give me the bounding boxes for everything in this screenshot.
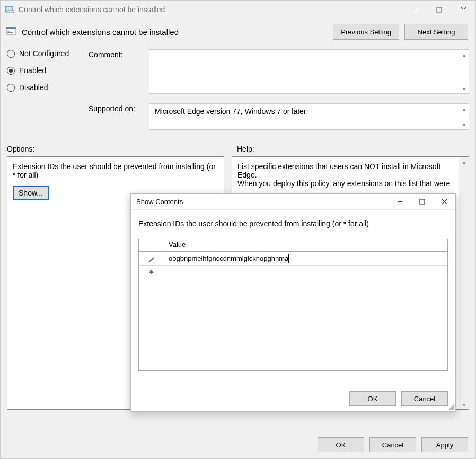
scroll-down-icon[interactable]: ▾ bbox=[459, 400, 469, 409]
dialog-maximize-button[interactable] bbox=[411, 195, 433, 209]
dialog-footer: OK Cancel bbox=[131, 386, 455, 411]
svg-rect-1 bbox=[6, 11, 14, 13]
supported-label: Supported on: bbox=[89, 103, 147, 113]
radio-icon bbox=[7, 50, 15, 58]
scroll-up-icon[interactable]: ▴ bbox=[459, 157, 469, 166]
config-area: Not Configured Enabled Disabled Comment:… bbox=[1, 49, 475, 100]
values-grid[interactable]: Value oogbnpmeihfgnccdnmmlgicknopghhma ✱ bbox=[138, 239, 448, 371]
dialog-body: Extension IDs the user should be prevent… bbox=[131, 210, 455, 386]
dialog-title: Show Contents bbox=[136, 198, 389, 206]
radio-label: Disabled bbox=[19, 83, 48, 92]
help-line: When you deploy this policy, any extensi… bbox=[237, 179, 458, 188]
dialog-close-button[interactable] bbox=[433, 195, 455, 209]
radio-icon bbox=[7, 84, 15, 92]
svg-rect-3 bbox=[437, 7, 442, 12]
minimize-button[interactable] bbox=[402, 2, 427, 17]
dialog-cancel-button[interactable]: Cancel bbox=[401, 391, 448, 406]
policy-icon bbox=[6, 26, 16, 38]
resize-grip[interactable] bbox=[447, 403, 454, 410]
previous-setting-button[interactable]: Previous Setting bbox=[333, 24, 399, 40]
radio-not-configured[interactable]: Not Configured bbox=[7, 49, 86, 58]
apply-button[interactable]: Apply bbox=[421, 437, 468, 452]
grid-header: Value bbox=[139, 239, 447, 252]
radio-label: Enabled bbox=[19, 66, 46, 75]
dialog-label: Extension IDs the user should be prevent… bbox=[138, 219, 448, 228]
comment-label: Comment: bbox=[89, 49, 147, 94]
help-line: List specific extensions that users can … bbox=[237, 162, 458, 179]
value-cell[interactable] bbox=[164, 266, 447, 279]
radio-disabled[interactable]: Disabled bbox=[7, 83, 86, 92]
show-contents-dialog: Show Contents Extension IDs the user sho… bbox=[130, 193, 456, 412]
edit-row-icon bbox=[139, 252, 164, 265]
scroll-up-icon[interactable]: ▴ bbox=[460, 51, 468, 58]
window-icon bbox=[5, 5, 14, 14]
radio-icon bbox=[7, 67, 15, 75]
cancel-button[interactable]: Cancel bbox=[369, 437, 416, 452]
svg-rect-9 bbox=[7, 32, 13, 33]
ok-button[interactable]: OK bbox=[318, 437, 364, 452]
radio-enabled[interactable]: Enabled bbox=[7, 66, 86, 75]
show-button[interactable]: Show... bbox=[13, 186, 49, 200]
policy-editor-window: Control which extensions cannot be insta… bbox=[0, 0, 476, 459]
dialog-titlebar: Show Contents bbox=[131, 194, 455, 210]
help-label: Help: bbox=[230, 145, 469, 153]
close-button[interactable] bbox=[451, 2, 475, 17]
new-row-icon: ✱ bbox=[139, 266, 164, 279]
svg-rect-7 bbox=[6, 27, 16, 29]
maximize-button[interactable] bbox=[427, 2, 451, 17]
titlebar: Control which extensions cannot be insta… bbox=[1, 1, 475, 19]
options-label: Options: bbox=[7, 145, 230, 153]
supported-text: Microsoft Edge version 77, Windows 7 or … bbox=[149, 103, 469, 130]
scroll-down-icon[interactable]: ▾ bbox=[460, 85, 468, 92]
text-caret bbox=[288, 254, 289, 263]
options-text: Extension IDs the user should be prevent… bbox=[13, 162, 218, 179]
dialog-ok-button[interactable]: OK bbox=[349, 391, 396, 406]
comment-textarea[interactable]: ▴ ▾ bbox=[149, 49, 469, 94]
radio-label: Not Configured bbox=[19, 49, 69, 58]
page-title: Control which extensions cannot be insta… bbox=[22, 28, 328, 37]
row-header-cell bbox=[139, 239, 164, 251]
scroll-up-icon[interactable]: ▴ bbox=[460, 105, 468, 112]
supported-row: Supported on: Microsoft Edge version 77,… bbox=[1, 100, 475, 130]
dialog-controls bbox=[389, 195, 455, 209]
grid-row[interactable]: oogbnpmeihfgnccdnmmlgicknopghhma bbox=[139, 252, 447, 266]
state-radio-group: Not Configured Enabled Disabled bbox=[7, 49, 86, 100]
value-text: oogbnpmeihfgnccdnmmlgicknopghhma bbox=[169, 254, 288, 262]
window-title: Control which extensions cannot be insta… bbox=[19, 5, 402, 14]
window-controls bbox=[402, 2, 475, 17]
scroll-down-icon[interactable]: ▾ bbox=[460, 121, 468, 128]
section-labels: Options: Help: bbox=[1, 130, 475, 156]
header-row: Control which extensions cannot be insta… bbox=[1, 19, 475, 49]
help-scrollbar[interactable]: ▴ ▾ bbox=[459, 157, 469, 409]
grid-row[interactable]: ✱ bbox=[139, 266, 447, 279]
value-column-header: Value bbox=[164, 239, 447, 251]
svg-rect-11 bbox=[420, 199, 425, 204]
footer-buttons: OK Cancel Apply bbox=[318, 437, 468, 452]
value-cell[interactable]: oogbnpmeihfgnccdnmmlgicknopghhma bbox=[164, 252, 447, 265]
next-setting-button[interactable]: Next Setting bbox=[404, 24, 468, 40]
svg-rect-8 bbox=[7, 31, 10, 32]
supported-value: Microsoft Edge version 77, Windows 7 or … bbox=[155, 107, 306, 116]
dialog-minimize-button[interactable] bbox=[389, 195, 411, 209]
